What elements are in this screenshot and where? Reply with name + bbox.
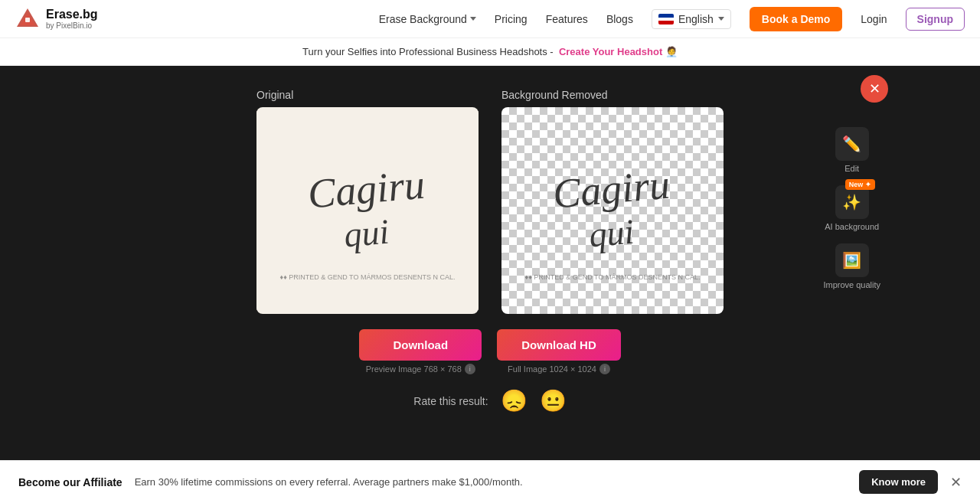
logo[interactable]: Erase.bg by PixelBin.io — [15, 7, 98, 31]
navbar: Erase.bg by PixelBin.io Erase Background… — [0, 0, 980, 38]
nav-links: Erase Background Pricing Features Blogs … — [379, 7, 965, 31]
ai-bg-tool[interactable]: New ✦ ✨ AI background — [825, 185, 879, 231]
logo-sub: by PixelBin.io — [46, 21, 98, 30]
know-more-button[interactable]: Know more — [859, 470, 938, 494]
download-hd-button[interactable]: Download HD — [497, 329, 621, 361]
book-demo-button[interactable]: Book a Demo — [750, 7, 842, 31]
edit-icon-wrap: ✏️ — [835, 127, 869, 161]
info-icon-hd: i — [599, 364, 610, 374]
flag-icon — [658, 14, 674, 24]
svg-rect-2 — [25, 18, 30, 22]
download-preview-info: Preview Image 768 × 768 i — [359, 364, 482, 374]
main-content: ✕ ✏️ Edit New ✦ ✨ AI background 🖼️ — [0, 66, 980, 436]
bg-removed-label: Background Removed — [501, 89, 724, 101]
nav-blogs[interactable]: Blogs — [606, 13, 633, 25]
svg-text:qui: qui — [587, 212, 635, 255]
download-col: Download Preview Image 768 × 768 i — [359, 329, 482, 374]
close-button[interactable]: ✕ — [861, 75, 888, 103]
image-panels: Original Cagiru qui ♦♦ PRINTED & GEND TO… — [191, 89, 789, 314]
download-full-info: Full Image 1024 × 1024 i — [497, 364, 621, 374]
side-tools: ✏️ Edit New ✦ ✨ AI background 🖼️ Improve… — [823, 127, 880, 289]
svg-text:Cagiru: Cagiru — [551, 162, 672, 217]
bg-removed-panel: Background Removed Cagiru qui ♦♦ PRINTED… — [501, 89, 724, 314]
info-icon: i — [465, 364, 475, 374]
improve-icon-wrap: 🖼️ — [835, 243, 869, 277]
svg-text:♦♦ PRINTED & GEND TO MÁRMOS DE: ♦♦ PRINTED & GEND TO MÁRMOS DESNENTS N C… — [280, 273, 456, 281]
ai-bg-icon-wrap: New ✦ ✨ — [835, 185, 869, 219]
improve-label: Improve quality — [823, 280, 880, 289]
content-area: ✕ ✏️ Edit New ✦ ✨ AI background 🖼️ — [191, 89, 789, 413]
nav-pricing[interactable]: Pricing — [495, 13, 528, 25]
logo-name: Erase.bg — [46, 8, 98, 21]
edit-tool[interactable]: ✏️ Edit — [835, 127, 869, 173]
nav-erase-bg[interactable]: Erase Background — [379, 13, 476, 25]
headshot-link[interactable]: Create Your Headshot — [559, 46, 662, 57]
download-hd-col: Download HD Full Image 1024 × 1024 i — [497, 329, 621, 374]
rating-bad-button[interactable]: 😞 — [501, 388, 528, 413]
edit-label: Edit — [844, 164, 859, 173]
login-button[interactable]: Login — [861, 13, 887, 25]
lang-label: English — [678, 13, 714, 25]
svg-text:♦♦ PRINTED & GEND TO MÁRMOS DE: ♦♦ PRINTED & GEND TO MÁRMOS DESNENTS N C… — [525, 273, 701, 281]
sparkle-icon: ✨ — [842, 193, 861, 211]
improve-quality-tool[interactable]: 🖼️ Improve quality — [823, 243, 880, 289]
affiliate-bar: Become our Affiliate Earn 30% lifetime c… — [0, 460, 980, 503]
bg-removed-image-svg: Cagiru qui ♦♦ PRINTED & GEND TO MÁRMOS D… — [501, 111, 724, 310]
nav-features[interactable]: Features — [546, 13, 588, 25]
original-image: Cagiru qui ♦♦ PRINTED & GEND TO MÁRMOS D… — [256, 107, 479, 314]
bg-removed-image: Cagiru qui ♦♦ PRINTED & GEND TO MÁRMOS D… — [501, 107, 724, 314]
quality-icon: 🖼️ — [842, 251, 861, 269]
affiliate-close-button[interactable]: ✕ — [950, 474, 962, 491]
affiliate-text: Earn 30% lifetime commissions on every r… — [135, 476, 848, 488]
signup-button[interactable]: Signup — [906, 8, 965, 31]
original-label: Original — [256, 89, 479, 101]
download-button[interactable]: Download — [359, 329, 482, 361]
pencil-icon: ✏️ — [842, 135, 861, 153]
promo-banner: Turn your Selfies into Professional Busi… — [0, 38, 980, 66]
lang-selector[interactable]: English — [652, 9, 731, 29]
original-panel: Original Cagiru qui ♦♦ PRINTED & GEND TO… — [256, 89, 479, 314]
svg-text:qui: qui — [342, 212, 390, 255]
download-row: Download Preview Image 768 × 768 i Downl… — [191, 329, 789, 374]
banner-text: Turn your Selfies into Professional Busi… — [302, 46, 556, 57]
rating-label: Rate this result: — [413, 395, 488, 407]
rating-row: Rate this result: 😞 😐 — [191, 388, 789, 413]
ai-bg-label: AI background — [825, 222, 879, 231]
logo-icon — [15, 7, 40, 31]
original-image-svg: Cagiru qui ♦♦ PRINTED & GEND TO MÁRMOS D… — [256, 111, 479, 310]
affiliate-title: Become our Affiliate — [18, 476, 122, 488]
lang-chevron-icon — [718, 17, 724, 21]
new-badge: New ✦ — [845, 179, 875, 190]
chevron-down-icon — [470, 17, 476, 21]
logo-text: Erase.bg by PixelBin.io — [46, 8, 98, 30]
banner-emoji: 🧑‍💼 — [665, 46, 678, 57]
rating-neutral-button[interactable]: 😐 — [540, 388, 567, 413]
